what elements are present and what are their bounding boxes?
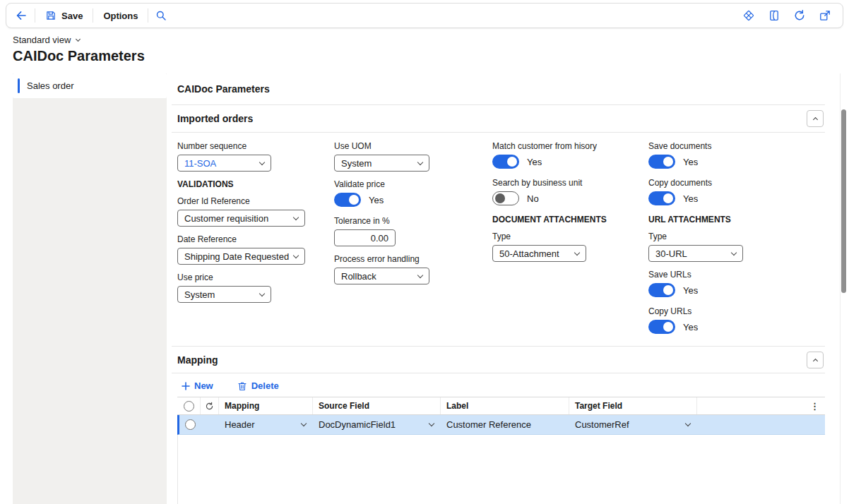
mapping-collapse-button[interactable] bbox=[807, 352, 824, 368]
document-attachments-heading: DOCUMENT ATTACHMENTS bbox=[492, 215, 641, 224]
chevron-down-icon bbox=[259, 159, 265, 164]
back-button[interactable] bbox=[13, 8, 29, 23]
view-selector-label: Standard view bbox=[13, 35, 71, 45]
column-header-mapping[interactable]: Mapping bbox=[219, 397, 313, 414]
use-price-label: Use price bbox=[177, 272, 322, 282]
number-sequence-value: 11-SOA bbox=[184, 158, 216, 169]
copy-documents-value: Yes bbox=[683, 193, 698, 204]
row-source-field-dropdown[interactable]: DocDynamicField1 bbox=[313, 415, 441, 434]
open-in-new-window-icon bbox=[819, 9, 831, 22]
table-row[interactable]: Header DocDynamicField1 Customer Referen… bbox=[177, 415, 825, 435]
process-error-handling-value: Rollback bbox=[341, 271, 376, 282]
dynamics-app-button[interactable] bbox=[741, 8, 756, 23]
save-documents-value: Yes bbox=[683, 157, 698, 167]
delete-button[interactable]: Delete bbox=[233, 380, 283, 392]
row-select-cell[interactable] bbox=[179, 415, 201, 434]
chevron-down-icon bbox=[293, 214, 299, 220]
tolerance-input[interactable]: 0.00 bbox=[334, 229, 396, 246]
copy-urls-value: Yes bbox=[683, 322, 698, 332]
toolbar-divider bbox=[148, 8, 148, 23]
save-documents-label: Save documents bbox=[648, 141, 797, 151]
use-uom-value: System bbox=[341, 158, 372, 169]
main-panel: CAIDoc Parameters Imported orders Number… bbox=[172, 73, 825, 504]
use-uom-dropdown[interactable]: System bbox=[334, 155, 429, 172]
number-sequence-label: Number sequence bbox=[177, 141, 322, 151]
document-type-value: 50-Attachment bbox=[499, 248, 559, 259]
column-header-source-field[interactable]: Source Field bbox=[313, 397, 441, 414]
copy-documents-label: Copy documents bbox=[648, 178, 797, 188]
row-sync-cell bbox=[201, 415, 219, 434]
process-error-handling-label: Process error handling bbox=[334, 254, 479, 264]
use-uom-label: Use UOM bbox=[334, 141, 479, 151]
sync-column-header bbox=[201, 397, 219, 414]
mapping-grid: Mapping Source Field Label Target Field … bbox=[177, 397, 825, 504]
use-price-value: System bbox=[184, 289, 215, 300]
save-documents-toggle[interactable] bbox=[648, 155, 675, 169]
date-reference-dropdown[interactable]: Shipping Date Requested bbox=[177, 248, 305, 265]
sidebar-item-sales-order[interactable]: Sales order bbox=[13, 73, 167, 98]
chevron-down-icon bbox=[301, 421, 307, 426]
guide-button[interactable] bbox=[766, 8, 782, 23]
scrollbar-thumb[interactable] bbox=[841, 109, 846, 293]
page-title: CAIDoc Parameters bbox=[13, 48, 145, 64]
tolerance-label: Tolerance in % bbox=[334, 216, 479, 226]
order-id-reference-dropdown[interactable]: Customer requisition bbox=[177, 210, 305, 227]
select-all-radio[interactable] bbox=[184, 401, 194, 412]
options-button[interactable]: Options bbox=[99, 8, 142, 24]
url-type-dropdown[interactable]: 30-URL bbox=[648, 245, 743, 262]
open-in-new-window-button[interactable] bbox=[817, 8, 833, 23]
new-button[interactable]: New bbox=[177, 380, 218, 392]
chevron-down-icon bbox=[417, 272, 423, 277]
more-options-icon[interactable]: ⋮ bbox=[810, 402, 819, 411]
order-id-reference-value: Customer requisition bbox=[184, 213, 268, 224]
imported-orders-collapse-button[interactable] bbox=[807, 110, 824, 127]
process-error-handling-dropdown[interactable]: Rollback bbox=[334, 268, 429, 284]
copy-urls-label: Copy URLs bbox=[648, 306, 797, 316]
trash-icon bbox=[237, 381, 247, 391]
chevron-up-icon bbox=[812, 117, 817, 122]
column-header-label[interactable]: Label bbox=[441, 397, 569, 414]
copy-urls-toggle[interactable] bbox=[648, 320, 675, 334]
chevron-up-icon bbox=[812, 358, 817, 363]
chevron-down-icon bbox=[76, 36, 81, 41]
row-filler-cell bbox=[697, 415, 825, 434]
search-icon bbox=[155, 10, 167, 21]
toolbar-divider bbox=[35, 8, 35, 23]
refresh-icon bbox=[793, 9, 806, 22]
book-icon bbox=[768, 9, 780, 22]
save-urls-label: Save URLs bbox=[648, 270, 797, 280]
search-by-business-unit-toggle[interactable] bbox=[492, 191, 519, 205]
url-type-value: 30-URL bbox=[655, 248, 687, 259]
refresh-button[interactable] bbox=[792, 8, 807, 23]
document-type-dropdown[interactable]: 50-Attachment bbox=[492, 245, 586, 262]
save-button[interactable]: Save bbox=[41, 7, 87, 24]
view-selector[interactable]: Standard view bbox=[13, 35, 80, 45]
row-label-cell[interactable]: Customer Reference bbox=[441, 415, 569, 434]
imported-orders-form: Number sequence 11-SOA VALIDATIONS Order… bbox=[172, 133, 825, 346]
toolbar-divider bbox=[93, 8, 93, 23]
validate-price-toggle[interactable] bbox=[334, 193, 361, 207]
row-mapping-value: Header bbox=[225, 419, 255, 430]
save-urls-toggle[interactable] bbox=[648, 283, 675, 297]
validate-price-label: Validate price bbox=[334, 179, 479, 189]
match-customer-toggle[interactable] bbox=[492, 155, 519, 169]
row-select-radio[interactable] bbox=[185, 419, 196, 430]
chevron-down-icon bbox=[731, 249, 737, 255]
search-by-business-unit-value: No bbox=[527, 193, 539, 204]
use-price-dropdown[interactable]: System bbox=[177, 286, 271, 303]
search-button[interactable] bbox=[154, 8, 168, 23]
column-header-target-field[interactable]: Target Field bbox=[569, 397, 697, 414]
row-target-field-value: CustomerRef bbox=[575, 419, 629, 430]
row-target-field-dropdown[interactable]: CustomerRef bbox=[569, 415, 697, 434]
vertical-scrollbar[interactable] bbox=[840, 73, 847, 504]
number-sequence-dropdown[interactable]: 11-SOA bbox=[177, 155, 271, 172]
row-source-field-value: DocDynamicField1 bbox=[319, 419, 396, 430]
mapping-grid-header: Mapping Source Field Label Target Field … bbox=[177, 397, 825, 415]
copy-documents-toggle[interactable] bbox=[648, 191, 675, 205]
url-attachments-heading: URL ATTACHMENTS bbox=[648, 215, 797, 224]
row-mapping-dropdown[interactable]: Header bbox=[219, 415, 313, 434]
plus-icon bbox=[182, 382, 190, 390]
sync-icon bbox=[205, 402, 214, 411]
select-all-header-cell[interactable] bbox=[177, 397, 201, 414]
imported-orders-section-title: Imported orders bbox=[172, 113, 253, 124]
